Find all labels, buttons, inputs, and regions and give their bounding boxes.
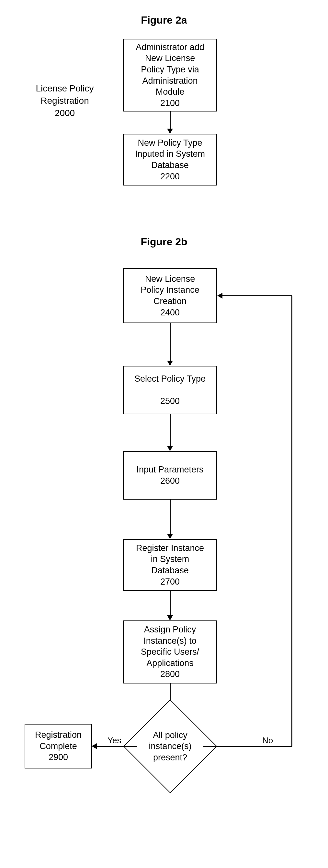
figure-2b-title: Figure 2b [0,236,328,248]
no-v [292,296,292,746]
box-2800: Assign Policy Instance(s) to Specific Us… [123,620,217,683]
arrow-yes-head [92,743,97,749]
box-2600-text: Input Parameters 2600 [127,464,213,486]
arrow-yes-line [97,746,137,747]
figure-2a-title: Figure 2a [0,14,328,26]
no-label: No [262,736,273,746]
box-2900-text: Registration Complete 2900 [28,730,88,763]
arrow-2100-2200-head [167,129,173,134]
yes-label: Yes [108,736,121,746]
decision-text: All policy instance(s) present? [137,713,203,779]
box-2800-text: Assign Policy Instance(s) to Specific Us… [127,624,213,680]
box-2500: Select Policy Type 2500 [123,366,217,414]
arrow-2500-2600-line [170,414,171,446]
box-2200-text: New Policy Type Inputed in System Databa… [127,137,213,182]
box-2600: Input Parameters 2600 [123,451,217,500]
box-2400: New License Policy Instance Creation 240… [123,268,217,323]
arrow-2600-2700-line [170,500,171,534]
no-h1 [203,746,292,747]
box-2700-text: Register Instance in System Database 270… [127,542,213,587]
arrow-2100-2200-line [170,112,171,129]
box-2400-text: New License Policy Instance Creation 240… [127,273,213,318]
box-2700: Register Instance in System Database 270… [123,539,217,591]
arrow-2400-2500-line [170,323,171,361]
box-2200: New Policy Type Inputed in System Databa… [123,134,217,185]
no-arrow-head [217,293,222,299]
box-2500-text: Select Policy Type 2500 [127,373,213,407]
arrow-2700-2800-head [167,615,173,620]
arrow-2500-2600-head [167,446,173,451]
box-2100: Administrator add New License Policy Typ… [123,39,217,112]
box-2900: Registration Complete 2900 [25,724,92,769]
arrow-2600-2700-head [167,534,173,539]
fig2a-side-label: License Policy Registration 2000 [26,83,104,119]
box-2100-text: Administrator add New License Policy Typ… [127,42,213,108]
arrow-2700-2800-line [170,591,171,616]
arrow-2400-2500-head [167,361,173,366]
decision-diamond: All policy instance(s) present? [137,713,203,779]
no-h2 [222,296,292,296]
